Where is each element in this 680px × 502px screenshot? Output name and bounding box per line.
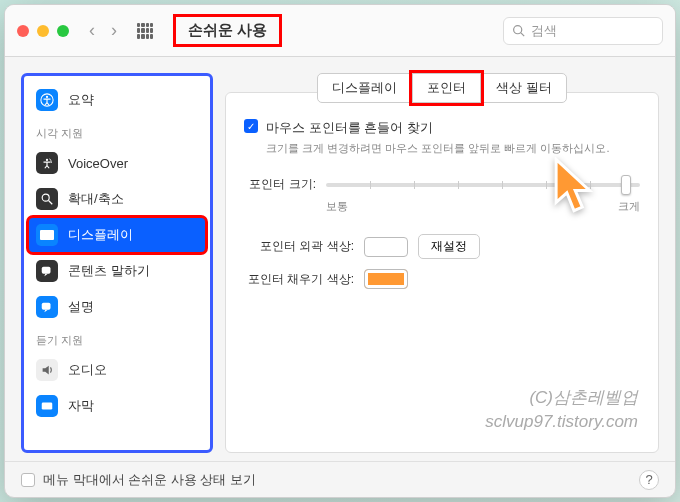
svg-rect-9 (42, 403, 53, 410)
speak-icon (36, 260, 58, 282)
tab-bar: 디스플레이 포인터 색상 필터 (225, 73, 659, 103)
large-cursor-preview (550, 157, 598, 222)
help-button[interactable]: ? (639, 470, 659, 490)
svg-point-0 (514, 26, 522, 34)
watermark: (C)삼촌레벨업 sclvup97.tistory.com (485, 386, 638, 434)
pointer-size-label: 포인터 크기: (244, 176, 316, 193)
sidebar-item-voiceover[interactable]: VoiceOver (28, 145, 206, 181)
close-button[interactable] (17, 25, 29, 37)
sidebar-item-captions[interactable]: 자막 (28, 388, 206, 424)
sidebar-item-label: 설명 (68, 298, 94, 316)
back-button[interactable]: ‹ (89, 20, 95, 41)
svg-point-3 (46, 96, 48, 98)
display-icon (36, 224, 58, 246)
fullscreen-button[interactable] (57, 25, 69, 37)
sidebar-item-label: 오디오 (68, 361, 107, 379)
main-panel: 디스플레이 포인터 색상 필터 ✓ 마우스 포인터를 흔들어 찾기 크기를 크게… (225, 73, 659, 453)
tab-display[interactable]: 디스플레이 (317, 73, 412, 103)
search-input[interactable]: 검색 (503, 17, 663, 45)
shake-to-locate-row: ✓ 마우스 포인터를 흔들어 찾기 (244, 119, 640, 137)
titlebar: ‹ › 손쉬운 사용 검색 (5, 5, 675, 57)
sidebar-item-display[interactable]: 디스플레이 (28, 217, 206, 253)
page-title: 손쉬운 사용 (188, 21, 267, 38)
nav-arrows: ‹ › (89, 20, 117, 41)
sidebar-item-label: 요약 (68, 91, 94, 109)
fill-color-label: 포인터 채우기 색상: (244, 271, 354, 288)
body: 요약 시각 지원 VoiceOver 확대/축소 디스플레이 (5, 57, 675, 461)
sidebar-item-spoken-content[interactable]: 콘텐츠 말하기 (28, 253, 206, 289)
zoom-icon (36, 188, 58, 210)
caption-icon (36, 395, 58, 417)
svg-line-1 (521, 33, 524, 36)
shake-checkbox[interactable]: ✓ (244, 119, 258, 133)
forward-button[interactable]: › (111, 20, 117, 41)
show-all-button[interactable] (137, 23, 153, 39)
sidebar-item-audio[interactable]: 오디오 (28, 352, 206, 388)
pointer-panel: ✓ 마우스 포인터를 흔들어 찾기 크기를 크게 변경하려면 마우스 포인터를 … (225, 92, 659, 453)
sidebar-item-summary[interactable]: 요약 (28, 82, 206, 118)
fill-color-well[interactable] (364, 269, 408, 289)
sidebar-section-hearing: 듣기 지원 (28, 325, 206, 352)
tab-pointer[interactable]: 포인터 (412, 73, 481, 103)
sidebar-item-label: 콘텐츠 말하기 (68, 262, 150, 280)
fill-color-row: 포인터 채우기 색상: (244, 269, 640, 289)
shake-label: 마우스 포인터를 흔들어 찾기 (266, 119, 433, 137)
sidebar-item-label: 자막 (68, 397, 94, 415)
shake-hint: 크기를 크게 변경하려면 마우스 포인터를 앞뒤로 빠르게 이동하십시오. (266, 141, 640, 156)
sidebar-item-descriptions[interactable]: 설명 (28, 289, 206, 325)
sidebar-item-label: 확대/축소 (68, 190, 124, 208)
svg-rect-7 (42, 267, 51, 274)
footer: 메뉴 막대에서 손쉬운 사용 상태 보기 ? (5, 461, 675, 497)
search-icon (512, 24, 525, 37)
sidebar-section-visual: 시각 지원 (28, 118, 206, 145)
preferences-window: ‹ › 손쉬운 사용 검색 요약 시각 지원 (4, 4, 676, 498)
svg-rect-8 (42, 303, 51, 310)
sidebar[interactable]: 요약 시각 지원 VoiceOver 확대/축소 디스플레이 (21, 73, 213, 453)
tab-color-filters[interactable]: 색상 필터 (481, 73, 567, 103)
window-controls (17, 25, 69, 37)
sidebar-item-label: 디스플레이 (68, 226, 133, 244)
page-title-highlight: 손쉬운 사용 (173, 14, 282, 47)
menubar-status-label: 메뉴 막대에서 손쉬운 사용 상태 보기 (43, 471, 256, 489)
sidebar-item-zoom[interactable]: 확대/축소 (28, 181, 206, 217)
sidebar-item-label: VoiceOver (68, 156, 128, 171)
svg-point-4 (46, 159, 48, 161)
slider-thumb[interactable] (621, 175, 631, 195)
outline-color-row: 포인터 외곽 색상: 재설정 (244, 234, 640, 259)
voiceover-icon (36, 152, 58, 174)
svg-line-6 (49, 201, 53, 205)
audio-icon (36, 359, 58, 381)
reset-button[interactable]: 재설정 (418, 234, 480, 259)
description-icon (36, 296, 58, 318)
accessibility-icon (36, 89, 58, 111)
minimize-button[interactable] (37, 25, 49, 37)
outline-color-label: 포인터 외곽 색상: (244, 238, 354, 255)
menubar-status-checkbox[interactable] (21, 473, 35, 487)
svg-point-5 (42, 194, 49, 201)
outline-color-well[interactable] (364, 237, 408, 257)
